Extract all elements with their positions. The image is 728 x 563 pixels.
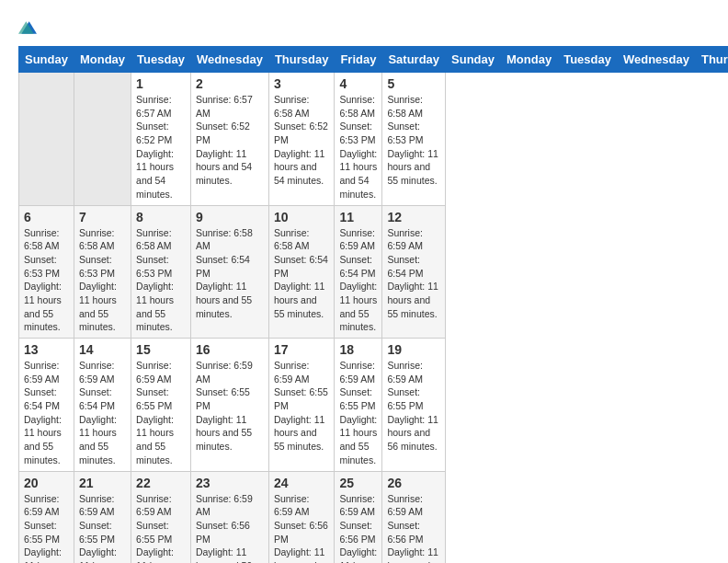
day-header-monday: Monday bbox=[74, 47, 131, 73]
day-number: 16 bbox=[196, 342, 264, 357]
calendar-cell: 9Sunrise: 6:58 AM Sunset: 6:54 PM Daylig… bbox=[190, 205, 268, 339]
calendar-cell: 15Sunrise: 6:59 AM Sunset: 6:55 PM Dayli… bbox=[131, 339, 191, 472]
calendar-header-row: SundayMondayTuesdayWednesdayThursdayFrid… bbox=[19, 47, 729, 73]
day-detail: Sunrise: 6:58 AM Sunset: 6:52 PM Dayligh… bbox=[274, 93, 330, 188]
page-header bbox=[18, 18, 710, 37]
calendar-cell: 21Sunrise: 6:59 AM Sunset: 6:55 PM Dayli… bbox=[74, 471, 131, 563]
day-detail: Sunrise: 6:59 AM Sunset: 6:55 PM Dayligh… bbox=[274, 359, 330, 454]
day-number: 6 bbox=[24, 210, 69, 224]
calendar-week-row: 6Sunrise: 6:58 AM Sunset: 6:53 PM Daylig… bbox=[19, 205, 729, 339]
day-number: 25 bbox=[339, 476, 377, 490]
day-header-sunday: Sunday bbox=[19, 47, 74, 73]
logo bbox=[18, 18, 40, 37]
day-detail: Sunrise: 6:59 AM Sunset: 6:56 PM Dayligh… bbox=[196, 492, 264, 564]
calendar-cell: 13Sunrise: 6:59 AM Sunset: 6:54 PM Dayli… bbox=[19, 339, 74, 472]
day-detail: Sunrise: 6:57 AM Sunset: 6:52 PM Dayligh… bbox=[136, 93, 186, 201]
day-number: 20 bbox=[24, 476, 69, 490]
day-header-wednesday: Wednesday bbox=[617, 47, 695, 73]
day-number: 17 bbox=[274, 342, 330, 357]
day-detail: Sunrise: 6:59 AM Sunset: 6:54 PM Dayligh… bbox=[24, 359, 69, 467]
calendar-cell: 2Sunrise: 6:57 AM Sunset: 6:52 PM Daylig… bbox=[190, 73, 268, 206]
day-header-wednesday: Wednesday bbox=[190, 47, 268, 73]
day-number: 9 bbox=[196, 210, 264, 224]
calendar-table: SundayMondayTuesdayWednesdayThursdayFrid… bbox=[18, 46, 728, 563]
day-detail: Sunrise: 6:58 AM Sunset: 6:53 PM Dayligh… bbox=[387, 93, 440, 188]
day-detail: Sunrise: 6:58 AM Sunset: 6:53 PM Dayligh… bbox=[339, 93, 377, 201]
calendar-week-row: 1Sunrise: 6:57 AM Sunset: 6:52 PM Daylig… bbox=[19, 73, 729, 206]
day-header-tuesday: Tuesday bbox=[558, 47, 618, 73]
day-detail: Sunrise: 6:59 AM Sunset: 6:56 PM Dayligh… bbox=[387, 492, 440, 564]
day-number: 10 bbox=[274, 210, 330, 224]
day-detail: Sunrise: 6:59 AM Sunset: 6:55 PM Dayligh… bbox=[196, 359, 264, 454]
calendar-cell: 5Sunrise: 6:58 AM Sunset: 6:53 PM Daylig… bbox=[382, 73, 446, 206]
day-detail: Sunrise: 6:59 AM Sunset: 6:55 PM Dayligh… bbox=[79, 492, 126, 564]
calendar-cell: 12Sunrise: 6:59 AM Sunset: 6:54 PM Dayli… bbox=[382, 205, 446, 339]
day-number: 12 bbox=[387, 210, 440, 224]
day-header-thursday: Thursday bbox=[268, 47, 335, 73]
day-detail: Sunrise: 6:58 AM Sunset: 6:53 PM Dayligh… bbox=[24, 226, 69, 335]
calendar-cell: 1Sunrise: 6:57 AM Sunset: 6:52 PM Daylig… bbox=[131, 73, 191, 206]
calendar-cell: 18Sunrise: 6:59 AM Sunset: 6:55 PM Dayli… bbox=[335, 339, 382, 472]
day-number: 2 bbox=[196, 76, 264, 91]
calendar-cell: 6Sunrise: 6:58 AM Sunset: 6:53 PM Daylig… bbox=[19, 205, 74, 339]
day-detail: Sunrise: 6:59 AM Sunset: 6:54 PM Dayligh… bbox=[387, 226, 440, 321]
day-number: 18 bbox=[339, 342, 377, 357]
day-number: 4 bbox=[339, 76, 377, 91]
calendar-cell bbox=[19, 73, 74, 206]
day-detail: Sunrise: 6:59 AM Sunset: 6:55 PM Dayligh… bbox=[136, 492, 186, 564]
day-number: 15 bbox=[136, 342, 186, 357]
calendar-cell: 26Sunrise: 6:59 AM Sunset: 6:56 PM Dayli… bbox=[382, 471, 446, 563]
day-detail: Sunrise: 6:58 AM Sunset: 6:54 PM Dayligh… bbox=[274, 226, 330, 321]
day-number: 19 bbox=[387, 342, 440, 357]
day-detail: Sunrise: 6:58 AM Sunset: 6:54 PM Dayligh… bbox=[196, 226, 264, 321]
calendar-cell: 10Sunrise: 6:58 AM Sunset: 6:54 PM Dayli… bbox=[268, 205, 335, 339]
day-header-friday: Friday bbox=[335, 47, 382, 73]
day-detail: Sunrise: 6:58 AM Sunset: 6:53 PM Dayligh… bbox=[79, 226, 126, 335]
day-number: 1 bbox=[136, 76, 186, 91]
day-detail: Sunrise: 6:59 AM Sunset: 6:55 PM Dayligh… bbox=[136, 359, 186, 467]
calendar-cell: 25Sunrise: 6:59 AM Sunset: 6:56 PM Dayli… bbox=[335, 471, 382, 563]
day-detail: Sunrise: 6:59 AM Sunset: 6:54 PM Dayligh… bbox=[339, 226, 377, 335]
day-detail: Sunrise: 6:59 AM Sunset: 6:55 PM Dayligh… bbox=[339, 359, 377, 467]
day-detail: Sunrise: 6:58 AM Sunset: 6:53 PM Dayligh… bbox=[136, 226, 186, 335]
day-number: 5 bbox=[387, 76, 440, 91]
day-number: 3 bbox=[274, 76, 330, 91]
calendar-cell: 23Sunrise: 6:59 AM Sunset: 6:56 PM Dayli… bbox=[190, 471, 268, 563]
calendar-cell: 20Sunrise: 6:59 AM Sunset: 6:55 PM Dayli… bbox=[19, 471, 74, 563]
day-detail: Sunrise: 6:59 AM Sunset: 6:56 PM Dayligh… bbox=[339, 492, 377, 564]
day-header-sunday: Sunday bbox=[446, 47, 501, 73]
calendar-cell: 19Sunrise: 6:59 AM Sunset: 6:55 PM Dayli… bbox=[382, 339, 446, 472]
calendar-week-row: 20Sunrise: 6:59 AM Sunset: 6:55 PM Dayli… bbox=[19, 471, 729, 563]
day-detail: Sunrise: 6:59 AM Sunset: 6:56 PM Dayligh… bbox=[274, 492, 330, 564]
day-number: 11 bbox=[339, 210, 377, 224]
calendar-cell bbox=[74, 73, 131, 206]
day-detail: Sunrise: 6:59 AM Sunset: 6:55 PM Dayligh… bbox=[387, 359, 440, 454]
day-header-monday: Monday bbox=[501, 47, 558, 73]
calendar-cell: 4Sunrise: 6:58 AM Sunset: 6:53 PM Daylig… bbox=[335, 73, 382, 206]
day-number: 8 bbox=[136, 210, 186, 224]
day-number: 21 bbox=[79, 476, 126, 490]
calendar-cell: 17Sunrise: 6:59 AM Sunset: 6:55 PM Dayli… bbox=[268, 339, 335, 472]
logo-icon bbox=[18, 18, 37, 37]
day-header-thursday: Thursday bbox=[695, 47, 728, 73]
calendar-cell: 24Sunrise: 6:59 AM Sunset: 6:56 PM Dayli… bbox=[268, 471, 335, 563]
calendar-cell: 22Sunrise: 6:59 AM Sunset: 6:55 PM Dayli… bbox=[131, 471, 191, 563]
day-number: 14 bbox=[79, 342, 126, 357]
calendar-cell: 3Sunrise: 6:58 AM Sunset: 6:52 PM Daylig… bbox=[268, 73, 335, 206]
day-detail: Sunrise: 6:59 AM Sunset: 6:55 PM Dayligh… bbox=[24, 492, 69, 564]
day-header-tuesday: Tuesday bbox=[131, 47, 191, 73]
day-number: 23 bbox=[196, 476, 264, 490]
calendar-cell: 11Sunrise: 6:59 AM Sunset: 6:54 PM Dayli… bbox=[335, 205, 382, 339]
calendar-cell: 8Sunrise: 6:58 AM Sunset: 6:53 PM Daylig… bbox=[131, 205, 191, 339]
day-header-saturday: Saturday bbox=[382, 47, 446, 73]
day-number: 22 bbox=[136, 476, 186, 490]
day-detail: Sunrise: 6:57 AM Sunset: 6:52 PM Dayligh… bbox=[196, 93, 264, 188]
calendar-cell: 14Sunrise: 6:59 AM Sunset: 6:54 PM Dayli… bbox=[74, 339, 131, 472]
day-detail: Sunrise: 6:59 AM Sunset: 6:54 PM Dayligh… bbox=[79, 359, 126, 467]
day-number: 7 bbox=[79, 210, 126, 224]
calendar-week-row: 13Sunrise: 6:59 AM Sunset: 6:54 PM Dayli… bbox=[19, 339, 729, 472]
calendar-cell: 16Sunrise: 6:59 AM Sunset: 6:55 PM Dayli… bbox=[190, 339, 268, 472]
day-number: 13 bbox=[24, 342, 69, 357]
calendar-cell: 7Sunrise: 6:58 AM Sunset: 6:53 PM Daylig… bbox=[74, 205, 131, 339]
day-number: 26 bbox=[387, 476, 440, 490]
